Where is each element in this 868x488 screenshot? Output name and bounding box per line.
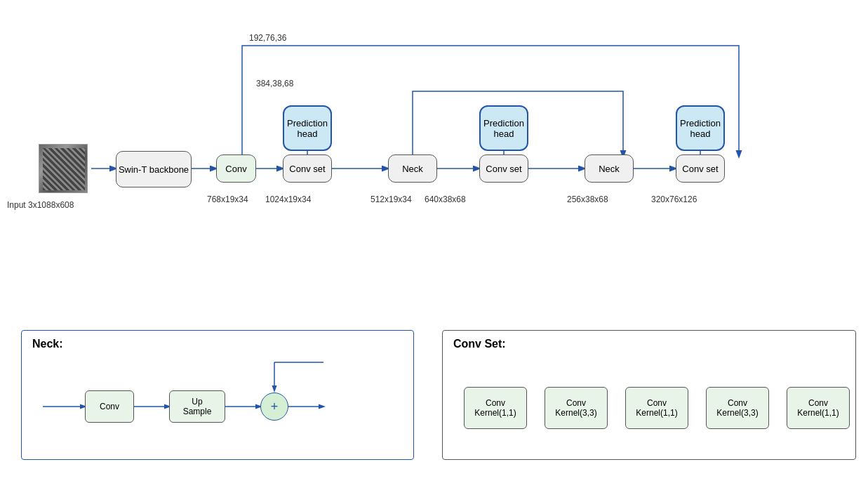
pred-head1-node: Predictionhead bbox=[283, 105, 332, 151]
label-1024: 1024x19x34 bbox=[265, 194, 311, 204]
neck-plus-node: + bbox=[260, 393, 288, 421]
label-768: 768x19x34 bbox=[207, 194, 248, 204]
input-image bbox=[39, 144, 88, 193]
neck2-node: Neck bbox=[585, 154, 634, 183]
conv-set3-node: Conv set bbox=[676, 154, 725, 183]
input-label: Input 3x1088x608 bbox=[7, 200, 74, 210]
neck-title: Neck: bbox=[32, 338, 63, 350]
label-384: 384,38,68 bbox=[256, 79, 293, 88]
conv-set-node-4: ConvKernel(3,3) bbox=[706, 387, 769, 429]
conv1-node: Conv bbox=[216, 154, 256, 183]
neck-upsample-node: UpSample bbox=[169, 390, 225, 423]
conv-set-node-2: ConvKernel(3,3) bbox=[545, 387, 608, 429]
label-256: 256x38x68 bbox=[567, 194, 608, 204]
pred-head3-node: Predictionhead bbox=[676, 105, 725, 151]
neck1-node: Neck bbox=[388, 154, 437, 183]
conv-set-node-3: ConvKernel(1,1) bbox=[625, 387, 688, 429]
pred-head2-node: Predictionhead bbox=[479, 105, 528, 151]
conv-set-diagram: Conv Set: ConvKernel(1,1) ConvKernel(3,3… bbox=[442, 330, 856, 460]
conv-set-node-1: ConvKernel(1,1) bbox=[464, 387, 527, 429]
label-512: 512x19x34 bbox=[370, 194, 412, 204]
neck-diagram: Neck: Conv UpSample + bbox=[21, 330, 414, 460]
conv-set1-node: Conv set bbox=[283, 154, 332, 183]
neck-conv-node: Conv bbox=[85, 390, 134, 423]
conv-set-node-5: ConvKernel(1,1) bbox=[787, 387, 850, 429]
conv-set-title: Conv Set: bbox=[453, 338, 506, 350]
backbone-node: Swin-T backbone bbox=[116, 151, 192, 187]
label-640: 640x38x68 bbox=[425, 194, 466, 204]
label-192: 192,76,36 bbox=[249, 33, 286, 43]
label-320: 320x76x126 bbox=[651, 194, 697, 204]
conv-set2-node: Conv set bbox=[479, 154, 528, 183]
